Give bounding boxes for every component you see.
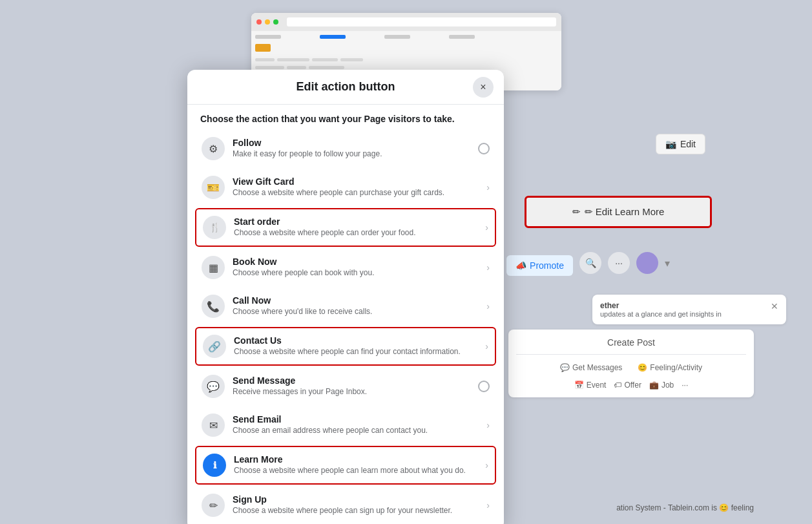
send-message-item[interactable]: 💬 Send Message Receive messages in your … <box>187 367 504 406</box>
event-button[interactable]: 📅 Event <box>574 381 607 390</box>
more-dots-icon: ··· <box>682 381 688 390</box>
action-icons-row: 🔍 ··· ▾ <box>579 252 670 274</box>
contact-us-desc: Choose a website where people can find y… <box>234 346 485 357</box>
post-actions: 💬 Get Messages 😊 Feeling/Activity <box>516 354 746 375</box>
modal-subtitle: Choose the action that you want your Pag… <box>187 105 504 129</box>
job-icon: 💼 <box>649 381 659 390</box>
send-email-desc: Choose an email address where people can… <box>233 425 486 436</box>
learn-more-text: Learn More Choose a website where people… <box>234 454 485 476</box>
book-now-text: Book Now Choose where people can book wi… <box>233 257 486 278</box>
learn-more-desc: Choose a website where people can learn … <box>234 465 485 476</box>
learn-more-item[interactable]: ℹ Learn More Choose a website where peop… <box>195 446 496 485</box>
camera-icon: 📷 <box>665 139 676 149</box>
edit-learn-more-button[interactable]: ✏ ✏ Edit Learn More <box>525 196 712 228</box>
browser-dot-red <box>256 19 262 25</box>
send-email-text: Send Email Choose an email address where… <box>233 414 486 436</box>
view-gift-card-item[interactable]: 🎫 View Gift Card Choose a website where … <box>187 168 504 207</box>
send-email-item[interactable]: ✉ Send Email Choose an email address whe… <box>187 406 504 445</box>
create-post-area: Create Post 💬 Get Messages 😊 Feeling/Act… <box>508 330 754 397</box>
notification-title: ether <box>600 301 765 310</box>
offer-icon: 🏷 <box>614 381 621 390</box>
notification-desc: updates at a glance and get insights in <box>600 310 765 318</box>
feeling-label: Feeling/Activity <box>650 363 702 372</box>
bottom-status-text: ation System - Tablein.com is 😊 feeling <box>616 503 754 512</box>
promote-button[interactable]: 📣 📣 Promote Promote <box>506 255 573 276</box>
browser-dot-yellow <box>265 19 270 25</box>
send-email-title: Send Email <box>233 414 486 424</box>
start-order-text: Start order Choose a website where peopl… <box>234 216 485 238</box>
contact-us-item[interactable]: 🔗 Contact Us Choose a website where peop… <box>195 327 496 366</box>
gift-card-chevron: › <box>486 182 490 193</box>
modal-header: Edit action button × <box>187 70 504 105</box>
modal-items-list: ⚙ Follow Make it easy for people to foll… <box>187 129 504 524</box>
edit-button[interactable]: 📷 ✏ Edit Learn More Edit <box>656 134 705 154</box>
close-icon: × <box>480 81 486 93</box>
messages-icon: 💬 <box>560 363 570 372</box>
gift-card-icon: 🎫 <box>202 176 225 199</box>
avatar-dropdown[interactable]: ▾ <box>665 257 670 269</box>
feeling-activity-button[interactable]: 😊 Feeling/Activity <box>632 360 707 375</box>
send-message-icon: 💬 <box>202 375 225 398</box>
send-email-icon: ✉ <box>202 414 225 437</box>
gift-card-title: View Gift Card <box>233 176 486 187</box>
sign-up-text: Sign Up Choose a website where people ca… <box>233 494 486 516</box>
sign-up-item[interactable]: ✏ Sign Up Choose a website where people … <box>187 486 504 524</box>
call-now-desc: Choose where you'd like to receive calls… <box>233 306 486 317</box>
follow-icon: ⚙ <box>202 137 225 160</box>
edit-action-button-modal: Edit action button × Choose the action t… <box>187 70 504 524</box>
follow-item[interactable]: ⚙ Follow Make it easy for people to foll… <box>187 129 504 168</box>
offer-label: Offer <box>624 381 641 390</box>
browser-bar <box>251 13 561 31</box>
follow-desc: Make it easy for people to follow your p… <box>233 149 478 160</box>
edit-learn-more-label: ✏ Edit Learn More <box>585 206 665 218</box>
learn-more-title: Learn More <box>234 454 485 465</box>
more-button[interactable]: ··· <box>682 381 688 390</box>
send-email-chevron: › <box>486 420 490 430</box>
contact-us-title: Contact Us <box>234 335 485 346</box>
get-messages-label: Get Messages <box>572 363 622 372</box>
call-now-icon: 📞 <box>202 295 225 318</box>
event-label: Event <box>587 381 607 390</box>
book-now-desc: Choose where people can book with you. <box>233 267 486 278</box>
sign-up-desc: Choose a website where people can sign u… <box>233 505 486 516</box>
send-message-radio[interactable] <box>478 381 490 392</box>
job-button[interactable]: 💼 Job <box>649 381 674 390</box>
sign-up-title: Sign Up <box>233 494 486 505</box>
learn-more-icon: ℹ <box>203 454 226 477</box>
browser-url-bar <box>287 17 556 26</box>
event-icon: 📅 <box>574 381 584 390</box>
call-now-item[interactable]: 📞 Call Now Choose where you'd like to re… <box>187 287 504 326</box>
call-now-text: Call Now Choose where you'd like to rece… <box>233 295 486 317</box>
modal-title: Edit action button <box>297 80 395 94</box>
user-avatar[interactable] <box>636 252 658 274</box>
notification-text: ether updates at a glance and get insigh… <box>600 301 765 318</box>
edit-label: Edit <box>680 139 696 149</box>
book-now-title: Book Now <box>233 257 486 267</box>
promote-text: Promote <box>530 260 564 271</box>
contact-us-icon: 🔗 <box>203 335 226 358</box>
megaphone-icon: 📣 <box>515 260 526 271</box>
offer-button[interactable]: 🏷 Offer <box>614 381 641 390</box>
sign-up-icon: ✏ <box>202 494 225 517</box>
notification-close-button[interactable]: ✕ <box>771 301 778 311</box>
start-order-item[interactable]: 🍴 Start order Choose a website where peo… <box>195 208 496 247</box>
browser-dot-green <box>273 19 278 25</box>
pencil-icon: ✏ <box>572 206 581 218</box>
create-post-title: Create Post <box>516 337 746 348</box>
book-now-chevron: › <box>486 262 490 273</box>
call-now-title: Call Now <box>233 295 486 306</box>
follow-text: Follow Make it easy for people to follow… <box>233 138 478 160</box>
send-message-text: Send Message Receive messages in your Pa… <box>233 375 478 397</box>
start-order-title: Start order <box>234 216 485 227</box>
book-now-item[interactable]: ▦ Book Now Choose where people can book … <box>187 248 504 287</box>
contact-us-chevron: › <box>485 341 488 351</box>
modal-close-button[interactable]: × <box>473 77 494 98</box>
search-icon-button[interactable]: 🔍 <box>579 252 601 274</box>
send-message-desc: Receive messages in your Page Inbox. <box>233 386 478 397</box>
more-options-button[interactable]: ··· <box>608 252 630 274</box>
call-now-chevron: › <box>486 301 490 311</box>
follow-radio[interactable] <box>478 143 490 154</box>
follow-title: Follow <box>233 138 478 148</box>
start-order-icon: 🍴 <box>203 216 226 239</box>
get-messages-button[interactable]: 💬 Get Messages <box>555 360 627 375</box>
